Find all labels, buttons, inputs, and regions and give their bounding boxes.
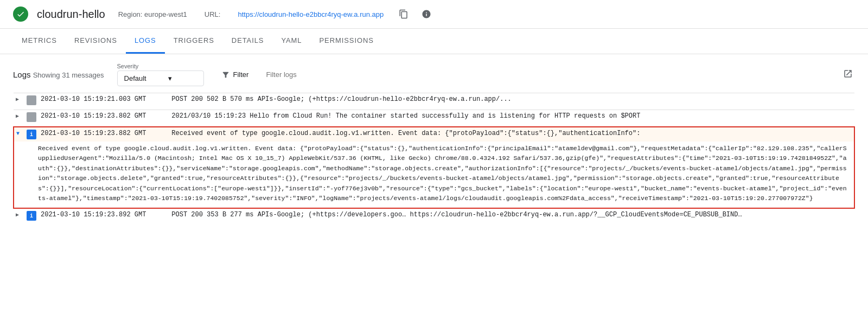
chevron-down-icon: ▾ (168, 74, 172, 82)
severity-badge: i (27, 130, 36, 139)
service-url[interactable]: https://cloudrun-hello-e2bbcr4ryq-ew.a.r… (238, 10, 384, 18)
log-timestamp: 2021-03-10 15:19:21.003 GMT (39, 93, 169, 110)
filter-button[interactable]: Filter (217, 67, 253, 82)
service-name: cloudrun-hello (37, 8, 105, 21)
severity-select[interactable]: Default ▾ (117, 70, 204, 86)
log-message-preview: Received event of type google.cloud.audi… (169, 127, 854, 142)
info-button[interactable] (419, 7, 433, 21)
log-message: POST 200 502 B 570 ms APIs-Google; (+htt… (169, 93, 854, 110)
expand-arrow-icon[interactable]: ▼ (16, 131, 20, 137)
filter-icon (221, 70, 230, 79)
url-static-label: URL: (205, 10, 221, 18)
log-timestamp: 2021-03-10 15:19:23.882 GMT (39, 127, 169, 142)
tab-revisions[interactable]: REVISIONS (66, 29, 126, 54)
table-row[interactable]: ▶ i 2021-03-10 15:19:23.892 GMT POST 200… (14, 208, 854, 223)
status-check-icon (13, 7, 28, 22)
external-link-button[interactable] (841, 67, 855, 82)
table-row[interactable]: ▶ 2021-03-10 15:19:23.802 GMT 2021/03/10… (14, 110, 854, 127)
copy-url-button[interactable] (397, 7, 411, 21)
header: cloudrun-hello Region: europe-west1 URL:… (0, 0, 868, 29)
logs-section: Logs Showing 31 messages Severity Defaul… (0, 54, 868, 232)
tab-logs[interactable]: LOGS (126, 29, 165, 54)
log-message: POST 200 353 B 277 ms APIs-Google; (+htt… (169, 208, 854, 223)
table-row[interactable]: ▶ 2021-03-10 15:19:21.003 GMT POST 200 5… (14, 93, 854, 110)
severity-badge (27, 95, 36, 105)
tab-permissions[interactable]: PERMISSIONS (311, 29, 382, 54)
filter-label: Filter (233, 70, 249, 79)
tab-metrics[interactable]: METRICS (13, 29, 66, 54)
table-row-expanded-header[interactable]: ▼ i 2021-03-10 15:19:23.882 GMT Received… (14, 127, 854, 142)
logs-toolbar: Logs Showing 31 messages Severity Defaul… (13, 63, 855, 86)
table-row-expanded-body: Received event of type google.cloud.audi… (14, 142, 854, 208)
filter-logs-input[interactable] (266, 70, 828, 79)
expand-arrow-icon[interactable]: ▶ (16, 212, 19, 218)
tab-triggers[interactable]: TRIGGERS (165, 29, 223, 54)
log-expanded-message: Received event of type google.cloud.audi… (38, 145, 847, 202)
log-table: ▶ 2021-03-10 15:19:21.003 GMT POST 200 5… (13, 93, 855, 223)
tab-bar: METRICS REVISIONS LOGS TRIGGERS DETAILS … (0, 29, 868, 54)
logs-title: Logs (13, 70, 33, 79)
severity-badge (27, 112, 36, 122)
severity-group: Severity Default ▾ (117, 63, 204, 86)
expand-arrow-icon[interactable]: ▶ (16, 97, 19, 102)
severity-label: Severity (117, 63, 204, 69)
tab-yaml[interactable]: YAML (272, 29, 310, 54)
region-label: Region: europe-west1 (118, 10, 187, 18)
severity-badge: i (27, 211, 36, 221)
log-timestamp: 2021-03-10 15:19:23.892 GMT (39, 208, 169, 223)
tab-details[interactable]: DETAILS (223, 29, 273, 54)
log-timestamp: 2021-03-10 15:19:23.802 GMT (39, 110, 169, 127)
log-message: 2021/03/10 15:19:23 Hello from Cloud Run… (169, 110, 854, 127)
logs-count: Showing 31 messages (33, 71, 104, 79)
expand-arrow-icon[interactable]: ▶ (16, 113, 19, 119)
severity-value: Default (124, 74, 146, 82)
